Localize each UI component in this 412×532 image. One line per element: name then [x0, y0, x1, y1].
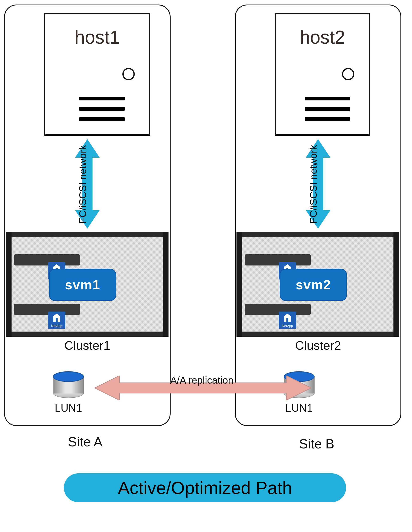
network-label-b: FC/iSCSI network	[308, 145, 319, 224]
legend-active-optimized: Active/Optimized Path	[64, 473, 346, 502]
cluster2: NetApp NetApp svm2	[236, 232, 399, 337]
netapp-logo-icon: NetApp	[279, 312, 296, 329]
host2-title: host2	[276, 27, 369, 48]
site-b-caption: Site B	[299, 436, 334, 452]
svm1-badge: svm1	[49, 269, 116, 301]
vendor-label: NetApp	[279, 324, 296, 328]
host1-box: host1	[44, 13, 150, 136]
lun1-b-label: LUN1	[278, 402, 320, 414]
lun1-a-icon	[53, 371, 84, 398]
host1-title: host1	[45, 27, 149, 48]
netapp-logo-icon: NetApp	[48, 312, 65, 329]
svm2-badge: svm2	[280, 269, 347, 301]
replication-label: A/A replication	[150, 375, 253, 386]
lun1-a-label: LUN1	[48, 402, 89, 414]
vendor-label: NetApp	[48, 324, 65, 328]
network-label-a: FC/iSCSI network	[77, 145, 88, 224]
site-a-caption: Site A	[68, 434, 102, 449]
legend-label: Active/Optimized Path	[118, 478, 292, 498]
cluster2-label: Cluster2	[277, 338, 359, 352]
cluster1-label: Cluster1	[46, 338, 128, 352]
host2-power-led-icon	[342, 68, 354, 80]
cluster1: NetApp NetApp svm1	[6, 232, 168, 337]
diagram-canvas: host1 FC/iSCSI network NetApp NetApp svm…	[0, 0, 412, 532]
site-a-box: host1 FC/iSCSI network NetApp NetApp svm…	[4, 5, 171, 426]
host1-power-led-icon	[122, 68, 135, 80]
host2-box: host2	[275, 13, 370, 136]
site-b-box: host2 FC/iSCSI network NetApp NetApp svm…	[235, 5, 401, 426]
